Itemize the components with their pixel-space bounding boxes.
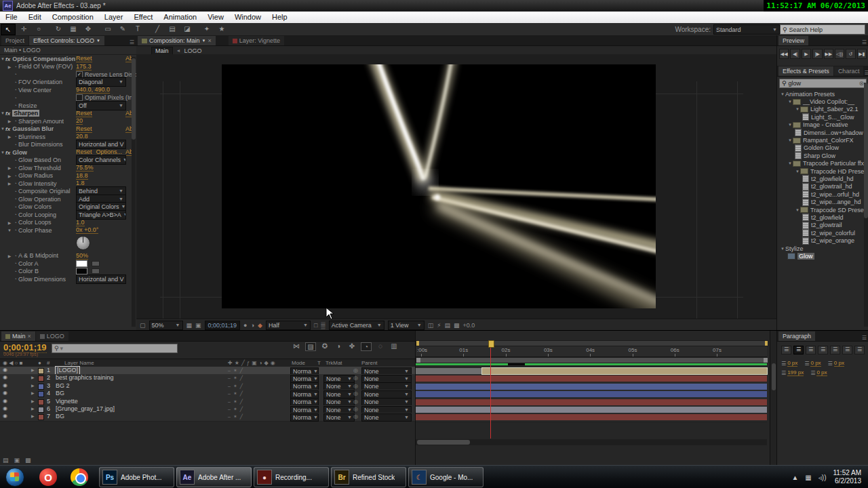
label-color-swatch[interactable] [38, 399, 44, 405]
expand-icon[interactable]: ▼ [795, 208, 800, 212]
tree-item-t2-glowtrail[interactable]: t2_glowtrail [777, 222, 868, 229]
tab-effect-controls[interactable]: Effect Controls: LOGO▼ [29, 36, 104, 45]
stopwatch-icon[interactable]: ◔ [12, 269, 18, 274]
tab-composition-main[interactable]: Composition: Main ▼ × [138, 36, 216, 45]
expand-icon[interactable]: ▶ [31, 374, 35, 382]
stopwatch-icon[interactable]: ◔ [12, 197, 18, 201]
tree-item-glow[interactable]: Glow [777, 252, 868, 260]
menu-edit[interactable]: Edit [23, 12, 47, 23]
eye-icon[interactable]: ◉ [3, 390, 7, 396]
flowchart-logo[interactable]: LOGO [184, 47, 201, 54]
collapse-icon[interactable]: ▼ [0, 57, 5, 61]
menu-help[interactable]: Help [267, 12, 293, 23]
zoom-dropdown[interactable]: 50%▼ [149, 321, 183, 330]
expand-icon[interactable]: ▼ [787, 123, 793, 127]
menu-file[interactable]: File [0, 12, 23, 23]
workspace-dropdown[interactable]: Standard▼ [713, 24, 780, 35]
menu-animation[interactable]: Animation [158, 12, 202, 23]
audio-button[interactable]: ◁)) [835, 49, 844, 59]
tree-item-rampant-colorfx[interactable]: ▼Rampant_ColorFX [777, 136, 868, 144]
align-button-1[interactable]: ☰ [793, 346, 804, 354]
tree-item-image-creative[interactable]: ▼Image - Creative [777, 121, 868, 129]
parent-pickwhip-icon[interactable]: ◎ [353, 406, 358, 412]
timeline-toolbar-icon-1[interactable]: ▨ [305, 342, 316, 351]
stopwatch-icon[interactable]: ◔ [12, 165, 18, 170]
tree-item-t2-glowtrail-hd[interactable]: t2_glowtrail_hd [777, 183, 868, 190]
layer-duration-bar[interactable] [416, 391, 767, 397]
timeline-toolbar-icon-2[interactable]: ✪ [320, 342, 330, 351]
stopwatch-icon[interactable]: ◔ [12, 253, 18, 258]
expand-icon[interactable]: ▶ [31, 398, 35, 405]
ram-preview-button[interactable]: ▶▮ [857, 49, 867, 59]
menu-composition[interactable]: Composition [47, 12, 99, 23]
tree-item--video-copilot-[interactable]: ▼__Video Copilot:__ [777, 98, 868, 105]
stopwatch-icon[interactable]: ◔ [12, 64, 18, 69]
stopwatch-icon[interactable]: ◔ [12, 87, 18, 92]
stopwatch-icon[interactable]: ◔ [12, 189, 18, 194]
playhead-grip[interactable] [488, 340, 494, 348]
stopwatch-icon[interactable]: ◔ [12, 158, 18, 163]
comp-timecode[interactable]: 0;00;01;19 [205, 321, 241, 330]
tree-item-trapcode-hd-presets[interactable]: ▼Trapcode HD Presets [777, 167, 868, 175]
layer-duration-bar[interactable] [416, 407, 767, 413]
grid-guides-icon[interactable]: ▦ [186, 322, 193, 329]
network-icon[interactable]: ▦ [805, 474, 811, 481]
tree-item-stylize[interactable]: ▼Stylize [777, 245, 868, 252]
pen-tool-icon[interactable]: ✎ [116, 24, 130, 34]
timeline-search-input[interactable]: ⚲▾ [52, 344, 178, 353]
expand-icon[interactable]: ▶ [7, 119, 12, 123]
eye-icon[interactable]: ◉ [3, 367, 7, 373]
presets-scrollbar[interactable] [864, 83, 868, 327]
color-management-icon[interactable]: ◆ [258, 322, 262, 329]
stopwatch-icon[interactable]: ◔ [12, 96, 18, 100]
checkbox[interactable]: ✓ [76, 71, 83, 78]
timeline-toolbar-icon-0[interactable]: ⋈ [292, 342, 301, 351]
eyedropper-icon[interactable] [92, 268, 100, 274]
stopwatch-icon[interactable]: ◔ [12, 205, 18, 209]
hand-tool-icon[interactable]: ✛ [17, 24, 31, 34]
time-ruler[interactable]: :00s01s02s03s04s05s06s07s [416, 346, 767, 357]
property-value[interactable]: 75.5% [76, 164, 94, 171]
parent-dropdown[interactable]: None▼ [361, 413, 412, 422]
tree-item-sharp-glow[interactable]: Sharp Glow [777, 152, 868, 159]
rotate-tool-icon[interactable]: ↻ [52, 24, 65, 34]
roi-icon[interactable]: □ [314, 322, 317, 329]
layer-duration-bar[interactable] [482, 368, 767, 374]
parent-pickwhip-icon[interactable]: ◎ [353, 367, 358, 373]
expand-icon[interactable]: ▼ [795, 169, 800, 174]
stopwatch-icon[interactable]: ◔ [12, 72, 18, 77]
expand-icon[interactable]: ▶ [7, 134, 12, 139]
property-value[interactable]: 175.3 [76, 63, 92, 70]
expand-icon[interactable]: ▼ [787, 161, 793, 165]
zoom-tool-icon[interactable]: ○ [32, 24, 45, 34]
panel-menu-icon[interactable]: ☰ [130, 39, 136, 45]
eye-icon[interactable]: ◉ [3, 405, 7, 411]
tree-item-t2-wipe-orful-hd[interactable]: t2_wipe...orful_hd [777, 190, 868, 198]
parent-pickwhip-icon[interactable]: ◎ [353, 399, 358, 405]
taskbar-app-adobe-after-[interactable]: AeAdobe After ... [176, 467, 252, 487]
expand-icon[interactable]: ▼ [780, 247, 785, 251]
taskbar-app-google-mo-[interactable]: ☾Google - Mo... [408, 467, 484, 487]
layer-name[interactable]: [Grunge_gray_17.jpg] [56, 405, 115, 413]
layer-bar-lead[interactable] [416, 368, 482, 374]
expand-icon[interactable]: ▶ [31, 413, 35, 420]
pan-behind-tool-icon[interactable]: ✥ [81, 24, 95, 34]
exposure-value[interactable]: +0.0 [463, 322, 475, 329]
tree-item-t2-wipe-colorful[interactable]: t2_wipe_colorful [777, 229, 868, 237]
align-button-3[interactable]: ☰ [818, 346, 828, 354]
expand-icon[interactable]: ▶ [7, 64, 12, 69]
flowchart-main[interactable]: Main [151, 47, 173, 55]
property-value[interactable]: 1.0 [76, 219, 85, 226]
field-value[interactable]: 199 px [787, 369, 804, 376]
expand-icon[interactable]: ▶ [31, 382, 35, 390]
reset-button[interactable]: Reset [76, 125, 92, 133]
align-button-0[interactable]: ☰ [781, 346, 791, 354]
parent-pickwhip-icon[interactable]: ◎ [353, 383, 358, 389]
paragraph-field[interactable]: ☰0 px [810, 369, 827, 376]
panel-menu-icon[interactable]: ☰ [862, 335, 868, 341]
tree-item-t2-glowfield[interactable]: t2_glowfield [777, 214, 868, 221]
fast-preview-icon[interactable]: ⚡ [437, 322, 441, 329]
expand-icon[interactable]: ▶ [31, 405, 35, 413]
tree-item-light-saber-v2-1[interactable]: ▼Light_Saber_v2.1 [777, 106, 868, 113]
stopwatch-icon[interactable]: ◔ [12, 277, 18, 281]
